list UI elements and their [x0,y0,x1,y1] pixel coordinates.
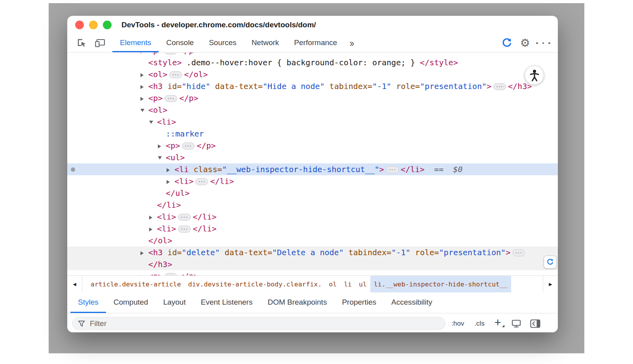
tree-row[interactable]: </li> [67,199,558,211]
tab-sources[interactable]: Sources [201,34,244,52]
code-token: > [487,82,491,91]
tree-row[interactable]: <li>···</li> [67,211,558,223]
tree-row[interactable]: </h3> [67,258,558,270]
tab-accessibility[interactable]: Accessibility [384,292,440,313]
breadcrumb-scroll-left-icon[interactable]: ◀ [67,276,82,292]
toggle-element-state-button[interactable]: :hov [447,317,468,330]
expand-arrow-icon[interactable] [158,140,165,152]
breadcrumb: ◀ article.devsite-articlediv.devsite-art… [67,275,558,292]
tab-properties[interactable]: Properties [334,292,384,313]
sync-icon[interactable] [498,34,516,52]
breadcrumb-item[interactable]: ul [355,276,370,292]
tab-computed[interactable]: Computed [106,292,156,313]
code-token: <p> [148,271,163,275]
tree-row[interactable]: <li class="__web-inspector-hide-shortcut… [67,163,558,175]
breadcrumb-item[interactable]: li.__web-inspector-hide-shortcut__ [370,276,511,292]
tree-row[interactable]: <p>···</p> [67,140,558,152]
expand-arrow-icon[interactable] [140,92,148,104]
zoom-button[interactable] [103,21,112,29]
sync-glyph [501,38,512,49]
device-toolbar-icon[interactable] [91,34,109,52]
expand-ellipsis-button[interactable]: ··· [182,142,195,150]
collapse-arrow-icon[interactable] [149,116,156,128]
code-token: role= [391,82,420,91]
tree-row[interactable]: <h3 id="hide" data-text="Hide a node" ta… [67,80,558,92]
expand-ellipsis-button[interactable]: ··· [493,83,506,90]
tree-row[interactable]: <ul> [67,152,558,163]
tab-layout[interactable]: Layout [155,292,193,313]
breadcrumb-scroll-right-icon[interactable]: ▶ [543,276,558,292]
expand-ellipsis-button[interactable]: ··· [512,249,525,256]
tree-row[interactable]: </ol> [67,235,558,246]
code-token: $0 [453,165,462,174]
tab-event-listeners[interactable]: Event Listeners [193,292,260,313]
tab-dom-breakpoints[interactable]: DOM Breakpoints [260,292,334,313]
tree-row[interactable]: <ol>···</ol> [67,68,558,80]
expand-arrow-icon[interactable] [140,270,148,275]
tab-console[interactable]: Console [159,34,201,52]
scroll-badge-icon[interactable] [544,256,557,269]
tree-row[interactable]: <p>···</p> [67,53,558,57]
code-token: tabindex= [344,248,391,257]
tree-row[interactable]: <h3 id="delete" data-text="Delete a node… [67,246,558,258]
toggle-sidebar-icon[interactable] [527,316,544,332]
expand-arrow-icon[interactable] [140,68,148,80]
tree-row[interactable]: <li>···</li> [67,175,558,187]
tree-row[interactable]: ::marker [67,128,558,140]
expand-ellipsis-button[interactable]: ··· [386,166,399,173]
accessibility-person-icon [527,68,542,83]
settings-gear-icon[interactable]: ⚙ [516,34,534,52]
kebab-menu-icon[interactable] [534,34,552,52]
code-token: .demo--hover:hover { background-color: o… [182,58,420,67]
filter-field[interactable] [72,317,445,330]
expand-arrow-icon[interactable] [140,53,148,57]
breadcrumb-item[interactable]: article.devsite-article [87,276,184,292]
expand-arrow-icon[interactable] [140,80,148,92]
expand-ellipsis-button[interactable]: ··· [195,178,208,185]
expand-ellipsis-button[interactable]: ··· [178,226,191,233]
breadcrumb-item[interactable]: ol [325,276,340,292]
inspect-element-icon[interactable] [73,34,91,52]
expand-arrow-icon[interactable] [167,175,174,187]
expand-ellipsis-button[interactable]: ··· [169,71,182,78]
element-classes-button[interactable]: .cls [470,317,489,330]
tab-elements[interactable]: Elements [112,34,159,52]
monitor-icon[interactable] [508,316,525,332]
code-token: </p> [197,141,216,150]
titlebar: DevTools - developer.chrome.com/docs/dev… [67,16,558,34]
tree-row[interactable]: <li>···</li> [67,223,558,235]
expand-arrow-icon[interactable] [149,223,156,235]
tab-performance[interactable]: Performance [286,34,345,52]
collapse-arrow-icon[interactable] [140,104,148,116]
tree-row[interactable]: </ul> [67,187,558,199]
minimize-button[interactable] [89,21,98,29]
tree-row[interactable]: <style> .demo--hover:hover { background-… [67,57,558,68]
code-token: id= [163,248,182,257]
accessibility-widget-button[interactable] [525,66,544,85]
expand-ellipsis-button[interactable]: ··· [165,95,177,102]
new-style-rule-button[interactable]: + [491,317,506,330]
breadcrumb-item[interactable]: div.devsite-article-body.clearfix. [184,276,325,292]
expand-arrow-icon[interactable] [167,163,174,175]
filter-input[interactable] [89,319,440,328]
expand-ellipsis-button[interactable]: ··· [178,214,191,221]
more-tabs-icon[interactable]: ›› [345,34,358,52]
expand-ellipsis-button[interactable]: ··· [165,273,177,275]
tab-styles[interactable]: Styles [70,292,106,313]
close-button[interactable] [75,21,84,29]
tree-row[interactable]: <p>···</p> [67,92,558,104]
tree-row[interactable]: <ol> [67,104,558,116]
code-token: role= [410,248,439,257]
tree-row[interactable]: <p>···</p> [67,270,558,275]
tab-network[interactable]: Network [244,34,287,52]
collapse-arrow-icon[interactable] [158,152,165,163]
tree-row[interactable]: <li> [67,116,558,128]
expand-arrow-icon[interactable] [140,246,148,258]
expand-arrow-icon[interactable] [149,211,156,223]
breadcrumb-item[interactable]: li [340,276,355,292]
toolbar-spacer [358,34,498,52]
code-token: ::marker [166,129,204,138]
code-token: <li [174,165,189,174]
expand-ellipsis-button[interactable]: ··· [165,53,177,55]
devtools-window: DevTools - developer.chrome.com/docs/dev… [67,16,558,332]
